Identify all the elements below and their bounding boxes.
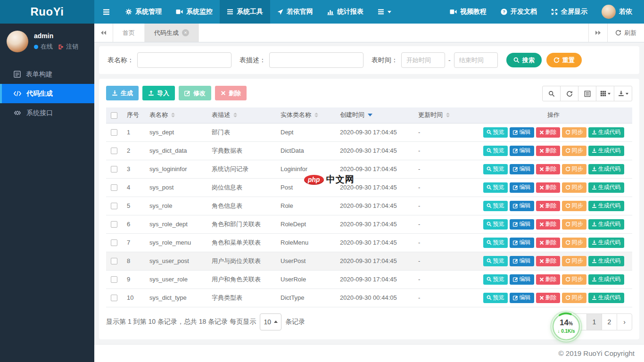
import-button[interactable]: 导入 — [142, 86, 175, 100]
start-time-input[interactable] — [401, 52, 445, 68]
nav-item-fullscreen[interactable]: 全屏显示 — [544, 0, 594, 24]
row-delete-button[interactable]: 删除 — [536, 182, 560, 193]
row-preview-button[interactable]: 预览 — [483, 164, 508, 174]
row-generate-code-button[interactable]: 生成代码 — [588, 293, 624, 303]
row-checkbox[interactable] — [111, 129, 117, 136]
table-detail-view-button[interactable] — [578, 86, 596, 101]
nav-item-statistics[interactable]: 统计报表 — [320, 0, 371, 24]
row-sync-button[interactable]: 同步 — [562, 293, 586, 303]
row-checkbox[interactable] — [111, 184, 117, 191]
row-generate-code-button[interactable]: 生成代码 — [588, 219, 624, 230]
nav-item-official-site[interactable]: 若依官网 — [270, 0, 320, 24]
column-header-desc[interactable]: 表描述 — [208, 107, 277, 123]
table-columns-button[interactable] — [596, 86, 614, 101]
row-preview-button[interactable]: 预览 — [483, 274, 508, 285]
row-sync-button[interactable]: 同步 — [562, 164, 586, 174]
close-icon[interactable] — [182, 29, 189, 36]
row-sync-button[interactable]: 同步 — [562, 146, 586, 156]
row-checkbox[interactable] — [111, 203, 117, 209]
row-checkbox[interactable] — [111, 221, 117, 228]
row-delete-button[interactable]: 删除 — [536, 238, 560, 248]
row-preview-button[interactable]: 预览 — [483, 201, 508, 211]
row-checkbox[interactable] — [111, 258, 117, 264]
nav-item-system-monitor[interactable]: 系统监控 — [169, 0, 220, 24]
row-preview-button[interactable]: 预览 — [483, 293, 508, 303]
column-header-entity[interactable]: 实体类名称 — [277, 107, 336, 123]
next-page-button[interactable]: › — [617, 313, 632, 330]
row-edit-button[interactable]: 编辑 — [510, 256, 534, 266]
row-checkbox[interactable] — [111, 239, 117, 246]
reset-button[interactable]: 重置 — [546, 53, 582, 67]
row-edit-button[interactable]: 编辑 — [510, 182, 534, 193]
row-edit-button[interactable]: 编辑 — [510, 164, 534, 174]
avatar[interactable] — [7, 31, 28, 52]
row-preview-button[interactable]: 预览 — [483, 146, 508, 156]
tabs-scroll-left-button[interactable] — [94, 24, 113, 42]
row-generate-code-button[interactable]: 生成代码 — [588, 238, 624, 248]
row-delete-button[interactable]: 删除 — [536, 274, 560, 285]
row-delete-button[interactable]: 删除 — [536, 201, 560, 211]
row-checkbox[interactable] — [111, 166, 117, 173]
row-generate-code-button[interactable]: 生成代码 — [588, 256, 624, 266]
nav-item-video-tutorial[interactable]: 视频教程 — [443, 0, 494, 24]
row-sync-button[interactable]: 同步 — [562, 238, 586, 248]
search-button[interactable]: 搜索 — [506, 53, 542, 67]
row-generate-code-button[interactable]: 生成代码 — [588, 146, 624, 156]
row-preview-button[interactable]: 预览 — [483, 256, 508, 266]
row-delete-button[interactable]: 删除 — [536, 256, 560, 266]
tab-home[interactable]: 首页 — [113, 24, 145, 42]
generate-button[interactable]: 生成 — [106, 86, 139, 100]
page-size-dropdown[interactable]: 10 — [260, 313, 281, 330]
row-generate-code-button[interactable]: 生成代码 — [588, 201, 624, 211]
row-delete-button[interactable]: 删除 — [536, 127, 560, 138]
row-edit-button[interactable]: 编辑 — [510, 127, 534, 138]
row-edit-button[interactable]: 编辑 — [510, 293, 534, 303]
table-refresh-button[interactable] — [560, 86, 578, 101]
table-search-toggle-button[interactable] — [542, 86, 561, 101]
nav-item-system-manage[interactable]: 系统管理 — [118, 0, 169, 24]
column-header-created[interactable]: 创建时间 — [336, 107, 414, 123]
table-desc-input[interactable] — [269, 52, 363, 68]
delete-button[interactable]: 删除 — [215, 86, 247, 100]
row-edit-button[interactable]: 编辑 — [510, 238, 534, 248]
modify-button[interactable]: 修改 — [179, 86, 211, 100]
refresh-tab-button[interactable]: 刷新 — [607, 24, 644, 42]
sidebar-toggle-button[interactable] — [94, 0, 118, 24]
row-delete-button[interactable]: 删除 — [536, 164, 560, 174]
table-export-button[interactable] — [614, 86, 632, 101]
tabs-scroll-right-button[interactable] — [588, 24, 607, 42]
nav-item-dev-docs[interactable]: ? 开发文档 — [494, 0, 544, 24]
row-checkbox[interactable] — [111, 276, 117, 283]
row-sync-button[interactable]: 同步 — [562, 219, 586, 230]
row-preview-button[interactable]: 预览 — [483, 238, 508, 248]
row-generate-code-button[interactable]: 生成代码 — [588, 274, 624, 285]
end-time-input[interactable] — [454, 52, 498, 68]
page-button-1[interactable]: 1 — [586, 313, 602, 330]
column-header-updated[interactable]: 更新时间 — [414, 107, 475, 123]
sidebar-item-system-api[interactable]: 系统接口 — [0, 103, 94, 123]
nav-more-menu[interactable] — [371, 0, 398, 24]
table-name-input[interactable] — [137, 52, 231, 68]
nav-item-system-tools[interactable]: 系统工具 — [220, 0, 270, 24]
sidebar-item-code-generation[interactable]: 代码生成 — [0, 84, 94, 103]
row-preview-button[interactable]: 预览 — [483, 127, 508, 138]
row-generate-code-button[interactable]: 生成代码 — [588, 182, 624, 193]
row-edit-button[interactable]: 编辑 — [510, 219, 534, 230]
row-checkbox[interactable] — [111, 295, 117, 301]
row-checkbox[interactable] — [111, 148, 117, 154]
row-edit-button[interactable]: 编辑 — [510, 274, 534, 285]
tab-code-generation[interactable]: 代码生成 — [145, 24, 199, 42]
logout-button[interactable]: 注销 — [58, 42, 78, 51]
row-sync-button[interactable]: 同步 — [562, 256, 586, 266]
download-progress-widget[interactable]: 14% ↓ 0.1K/s — [552, 312, 581, 341]
row-sync-button[interactable]: 同步 — [562, 201, 586, 211]
select-all-checkbox[interactable] — [111, 112, 117, 119]
row-generate-code-button[interactable]: 生成代码 — [588, 164, 624, 174]
row-sync-button[interactable]: 同步 — [562, 274, 586, 285]
row-preview-button[interactable]: 预览 — [483, 182, 508, 193]
row-sync-button[interactable]: 同步 — [562, 127, 586, 138]
row-delete-button[interactable]: 删除 — [536, 293, 560, 303]
row-delete-button[interactable]: 删除 — [536, 146, 560, 156]
row-edit-button[interactable]: 编辑 — [510, 146, 534, 156]
sidebar-item-form-builder[interactable]: 表单构建 — [0, 65, 94, 84]
